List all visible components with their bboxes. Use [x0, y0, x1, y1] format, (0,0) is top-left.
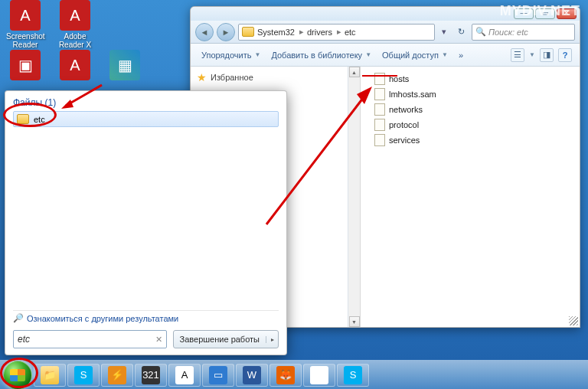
app-icon: A: [10, 0, 41, 31]
taskbar-app[interactable]: A: [168, 364, 201, 387]
desktop-icon[interactable]: ▣: [6, 50, 44, 82]
breadcrumb-segment[interactable]: etc: [345, 28, 361, 37]
preview-pane-button[interactable]: ◨: [540, 48, 554, 62]
desktop-icon-label: Adobe Reader X: [56, 32, 94, 49]
shutdown-button[interactable]: Завершение работы ▸: [173, 330, 279, 348]
taskbar: 📁 S ⚡ 321 A ▭ W 🦊 ◉ S: [0, 360, 588, 389]
taskbar-app-mpc[interactable]: 321: [135, 364, 167, 387]
file-item-services[interactable]: services: [374, 132, 569, 148]
desktop-icon[interactable]: A: [56, 50, 94, 82]
organize-button[interactable]: Упорядочить▼: [198, 49, 263, 61]
app-icon: A: [60, 50, 90, 80]
file-item-lmhosts[interactable]: lmhosts.sam: [374, 87, 569, 102]
folder-icon: [17, 114, 29, 124]
taskbar-app-winamp[interactable]: ⚡: [101, 364, 133, 387]
help-button[interactable]: ?: [558, 48, 572, 62]
search-placeholder: Поиск: etc: [488, 28, 528, 37]
see-more-results-link[interactable]: 🔎 Ознакомиться с другими результатами: [13, 310, 279, 325]
scroll-down-button[interactable]: ▼: [349, 316, 360, 327]
search-result-label: etc: [34, 115, 45, 124]
toolbar: Упорядочить▼ Добавить в библиотеку▼ Общи…: [191, 44, 580, 67]
desktop-icon-screenshot-reader[interactable]: A Screenshot Reader: [6, 0, 44, 49]
taskbar-app-explorer[interactable]: 📁: [34, 364, 66, 387]
search-category-header: Файлы (1): [13, 97, 279, 108]
search-icon: 🔍: [475, 27, 486, 37]
forward-button[interactable]: ►: [217, 23, 235, 41]
refresh-button[interactable]: ↻: [453, 25, 469, 40]
toolbar-more-button[interactable]: »: [456, 49, 466, 61]
file-icon: [374, 119, 385, 131]
breadcrumb-segment[interactable]: drivers: [307, 27, 341, 37]
start-menu-search-panel: Файлы (1) etc 🔎 Ознакомиться с другими р…: [5, 90, 287, 355]
app-icon: ▣: [10, 50, 41, 80]
star-icon: ★: [197, 71, 207, 83]
file-item-networks[interactable]: networks: [374, 102, 569, 117]
start-search-input[interactable]: ✕: [13, 330, 167, 348]
app-icon: A: [60, 0, 90, 31]
taskbar-app-skype[interactable]: S: [67, 364, 100, 387]
file-item-hosts[interactable]: hosts: [374, 71, 569, 87]
shutdown-options-dropdown[interactable]: ▸: [266, 336, 278, 343]
file-icon: [374, 103, 385, 116]
address-bar: ◄ ► System32 drivers etc ▾ ↻ 🔍 Поиск: et…: [191, 21, 580, 44]
share-button[interactable]: Общий доступ▼: [379, 49, 451, 61]
taskbar-app-skype2[interactable]: S: [337, 364, 369, 387]
breadcrumb-dropdown[interactable]: ▾: [438, 27, 450, 37]
search-input[interactable]: [18, 334, 155, 345]
file-icon: [374, 134, 385, 146]
desktop-icon[interactable]: ▦: [106, 50, 144, 82]
search-box[interactable]: 🔍 Поиск: etc: [472, 24, 575, 41]
file-icon: [374, 88, 385, 100]
breadcrumb[interactable]: System32 drivers etc: [238, 24, 435, 41]
clear-search-button[interactable]: ✕: [155, 335, 162, 345]
desktop-icon-adobe-reader[interactable]: A Adobe Reader X: [56, 0, 94, 49]
taskbar-app-notepad[interactable]: ▭: [202, 364, 234, 387]
taskbar-app-chrome[interactable]: ◉: [303, 364, 335, 387]
taskbar-app-word[interactable]: W: [236, 364, 268, 387]
search-result-item[interactable]: etc: [13, 111, 279, 127]
breadcrumb-segment[interactable]: System32: [257, 27, 304, 37]
start-button[interactable]: [3, 361, 32, 390]
folder-icon: [242, 27, 254, 37]
watermark: MYDIV.NET: [500, 3, 580, 19]
file-icon: [374, 73, 385, 85]
file-pane[interactable]: ▲ ▼ hosts lmhosts.sam networks protocol …: [348, 67, 580, 327]
favorites-header[interactable]: ★ Избранное: [197, 71, 341, 83]
file-item-protocol[interactable]: protocol: [374, 117, 569, 132]
taskbar-app-firefox[interactable]: 🦊: [270, 364, 302, 387]
favorites-label: Избранное: [211, 73, 253, 82]
desktop-icon-label: Screenshot Reader: [6, 32, 44, 49]
add-to-library-button[interactable]: Добавить в библиотеку▼: [268, 49, 374, 61]
view-mode-button[interactable]: ☰: [511, 48, 524, 62]
app-icon: ▦: [109, 50, 140, 80]
scrollbar[interactable]: ▲ ▼: [348, 67, 361, 327]
resize-handle[interactable]: [569, 316, 578, 325]
back-button[interactable]: ◄: [195, 23, 214, 41]
scroll-up-button[interactable]: ▲: [349, 67, 360, 77]
